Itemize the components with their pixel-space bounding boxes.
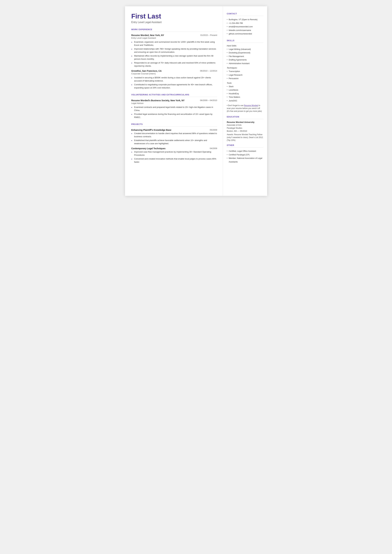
job-1-date: 01/2015 – Present — [200, 34, 217, 36]
list-item: JurisDOC — [227, 99, 263, 103]
list-item: Burlington, VT (Open to Remote) — [227, 18, 263, 21]
other-divider — [227, 147, 263, 147]
job-2-header: Growthsi, San Francisco, CA 06/2010 – 12… — [131, 70, 217, 72]
job-1-company: Resume Worded, New York, NY — [131, 34, 164, 36]
other-title: OTHER — [227, 144, 263, 146]
list-item: File Management — [227, 55, 263, 58]
list-item: Responded to an average of 70+ daily inb… — [131, 61, 217, 67]
list-item: Conceived and created innovative methods… — [131, 157, 217, 163]
work-experience-title: WORK EXPERIENCE — [131, 28, 217, 31]
volunteering-divider — [131, 97, 217, 97]
projects-divider — [131, 126, 217, 126]
volunteer-job-1-date: 06/2009 – 04/2010 — [200, 99, 217, 102]
list-item: HoudiniEsq — [227, 92, 263, 96]
edu-field: Paralegal Studies — [227, 127, 263, 130]
volunteer-job-1-bullets: Examined contracts and prepared legal br… — [131, 106, 217, 119]
techniques-label: Techniques: — [227, 67, 263, 69]
list-item: Docketing (Experienced) — [227, 51, 263, 55]
project-2: Contemporary Legal Techniques 04/2009 Im… — [131, 147, 217, 163]
hard-skills-list: Legal Writing (Advanced) Docketing (Expe… — [227, 48, 263, 65]
list-item: Improved case flow management practices … — [131, 150, 217, 156]
edu-location-date: Boston, MA — 05/2010 — [227, 130, 263, 133]
project-1-bullets: Created documentation to handle client i… — [131, 132, 217, 145]
work-experience-section: WORK EXPERIENCE Resume Worded, New York,… — [131, 28, 217, 89]
contact-divider — [227, 16, 263, 16]
job-2-date: 06/2010 – 12/2014 — [200, 70, 217, 72]
left-column: First Last Entry Level Legal Assistant W… — [125, 6, 223, 196]
projects-title: PROJECTS — [131, 123, 217, 125]
list-item: Time Matters — [227, 95, 263, 99]
volunteering-title: VOLUNTEERING ACTIVITIES AND EXTRACURRICU… — [131, 94, 217, 96]
list-item: Certified, Legal Office Assistant — [227, 149, 263, 153]
volunteer-job-1-header: Resume Worded's Business Society, New Yo… — [131, 99, 217, 102]
list-item: linkedin.com/in/username — [227, 28, 263, 32]
job-2-role: Corporate Counsel (Intern) — [131, 72, 217, 75]
right-column: CONTACT Burlington, VT (Open to Remote) … — [223, 6, 267, 196]
tools-label: Tools: — [227, 82, 263, 84]
promo-text: • Don't forget to use Resume Worded to s… — [227, 104, 263, 112]
list-item: +1-234-456-789 — [227, 21, 263, 25]
contact-list: Burlington, VT (Open to Remote) +1-234-4… — [227, 18, 263, 36]
list-item: Examined, organized, and summarized reco… — [131, 40, 217, 47]
list-item: Slack — [227, 85, 263, 88]
project-1-header: Enhancing Plaintiff's Knowledge Base 05/… — [131, 129, 217, 131]
volunteering-section: VOLUNTEERING ACTIVITIES AND EXTRACURRICU… — [131, 94, 217, 119]
resume-document: First Last Entry Level Legal Assistant W… — [125, 6, 267, 196]
tools-list: Slack LexisNexis HoudiniEsq Time Matters… — [227, 85, 263, 103]
resume-worded-link[interactable]: Resume Worded — [244, 104, 258, 107]
volunteer-job-1-company: Resume Worded's Business Society, New Yo… — [131, 99, 185, 102]
skills-title: SKILLS — [227, 40, 263, 42]
job-2-company: Growthsi, San Francisco, CA — [131, 70, 162, 72]
list-item: Administrative Assistant — [227, 62, 263, 65]
hard-skills-label: Hard Skills: — [227, 45, 263, 47]
other-section: OTHER Certified, Legal Office Assistant … — [227, 144, 263, 164]
job-1: Resume Worded, New York, NY 01/2015 – Pr… — [131, 34, 217, 67]
list-item: Certified Paralegal (CP) — [227, 153, 263, 157]
education-section: EDUCATION Resume Worded University Assoc… — [227, 116, 263, 142]
list-item: Legal Writing (Advanced) — [227, 48, 263, 51]
job-1-bullets: Examined, organized, and summarized reco… — [131, 40, 217, 67]
list-item: LexisNexis — [227, 88, 263, 92]
list-item: Assisted in securing a $500K verdict dur… — [131, 76, 217, 82]
list-item: Contributed to negotiating corporate pur… — [131, 83, 217, 89]
contact-title: CONTACT — [227, 13, 263, 15]
list-item: email@resumeworded.com — [227, 25, 263, 28]
skills-section: SKILLS Hard Skills: Legal Writing (Advan… — [227, 40, 263, 113]
title: Entry Level Legal Assistant — [131, 21, 217, 24]
project-1-name: Enhancing Plaintiff's Knowledge Base — [131, 129, 171, 131]
techniques-list: Transcription Legal Research Persuasion — [227, 70, 263, 80]
project-2-date: 04/2009 — [210, 147, 217, 150]
contact-section: CONTACT Burlington, VT (Open to Remote) … — [227, 13, 263, 36]
job-1-header: Resume Worded, New York, NY 01/2015 – Pr… — [131, 34, 217, 36]
volunteer-job-1-role: Legal Advisor — [131, 102, 217, 104]
edu-degree: Associate of Arts — [227, 124, 263, 127]
list-item: Established that plaintiffs achieve favo… — [131, 139, 217, 145]
project-2-name: Contemporary Legal Techniques — [131, 147, 166, 150]
project-1-date: 05/2009 — [210, 129, 217, 131]
project-1: Enhancing Plaintiff's Knowledge Base 05/… — [131, 129, 217, 145]
list-item: Drafting Agreements — [227, 58, 263, 62]
volunteer-job-1: Resume Worded's Business Society, New Yo… — [131, 99, 217, 119]
edu-awards: Awards: Resume Worded Teaching Fellow (o… — [227, 133, 263, 142]
list-item: Transcription — [227, 70, 263, 73]
list-item: github.com/resumeworded — [227, 32, 263, 36]
projects-section: PROJECTS Enhancing Plaintiff's Knowledge… — [131, 123, 217, 163]
list-item: Improved relationships with 780+ foreign… — [131, 47, 217, 54]
list-item: Provided legal assistance during the fin… — [131, 112, 217, 119]
edu-school: Resume Worded University — [227, 121, 263, 123]
list-item: Persuasion — [227, 77, 263, 80]
list-item: Created documentation to handle client i… — [131, 132, 217, 138]
job-2-bullets: Assisted in securing a $500K verdict dur… — [131, 76, 217, 89]
project-2-bullets: Improved case flow management practices … — [131, 150, 217, 163]
job-2: Growthsi, San Francisco, CA 06/2010 – 12… — [131, 70, 217, 89]
list-item: Member, National Association of Legal As… — [227, 156, 263, 164]
list-item: Maintained office records by implementin… — [131, 54, 217, 61]
education-title: EDUCATION — [227, 116, 263, 118]
list-item: Legal Research — [227, 73, 263, 77]
list-item: Examined contracts and prepared legal br… — [131, 106, 217, 112]
name: First Last — [131, 13, 217, 20]
other-list: Certified, Legal Office Assistant Certif… — [227, 149, 263, 164]
project-2-header: Contemporary Legal Techniques 04/2009 — [131, 147, 217, 150]
job-1-role: Entry Level Legal Assistant — [131, 37, 217, 39]
